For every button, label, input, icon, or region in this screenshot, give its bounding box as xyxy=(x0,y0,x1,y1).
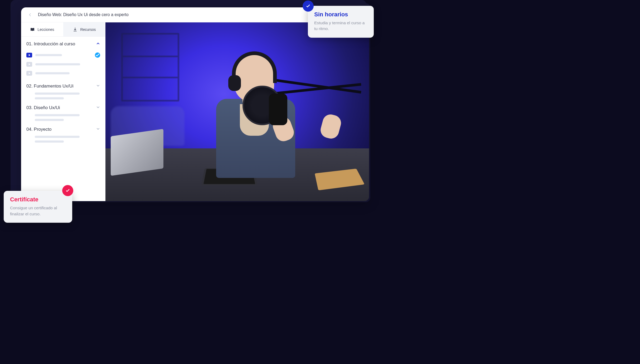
section-3: 03. Diseño Ux/Ui xyxy=(26,105,100,121)
callout-body: Consigue un certificado al finalizar el … xyxy=(10,205,66,217)
download-icon xyxy=(73,27,77,32)
lesson-item[interactable] xyxy=(26,50,100,60)
chevron-down-icon xyxy=(96,127,100,132)
chevron-up-icon xyxy=(96,41,100,47)
lesson-title-placeholder xyxy=(35,72,70,74)
tab-lessons[interactable]: Lecciones xyxy=(21,22,63,36)
sidebar-tabs: Lecciones Recursos xyxy=(21,22,105,37)
lesson-item[interactable] xyxy=(26,69,100,78)
collapsed-preview xyxy=(26,136,100,143)
body: Lecciones Recursos 01. Introducción al c… xyxy=(21,22,369,201)
play-icon xyxy=(26,62,32,67)
callout-body: Estudia y termina el curso a tu ritmo. xyxy=(314,20,367,32)
back-button[interactable] xyxy=(26,11,34,18)
callout-no-schedule: Sin horarios Estudia y termina el curso … xyxy=(308,6,374,38)
collapsed-preview xyxy=(26,114,100,121)
check-badge-icon xyxy=(303,1,314,12)
section-2: 02. Fundamentos Ux/Ui xyxy=(26,84,100,99)
video-player[interactable] xyxy=(105,22,369,201)
chevron-down-icon xyxy=(96,105,100,110)
section-title: 01. Introducción al curso xyxy=(26,41,75,47)
tab-resources-label: Recursos xyxy=(80,27,96,32)
sections-list: 01. Introducción al curso xyxy=(21,37,105,151)
section-title: 03. Diseño Ux/Ui xyxy=(26,105,60,110)
callout-title: Certifícate xyxy=(10,196,66,203)
callout-title: Sin horarios xyxy=(314,11,367,18)
section-title: 04. Proyecto xyxy=(26,127,51,132)
course-title: Diseño Web: Diseño Ux Ui desde cero a ex… xyxy=(38,12,129,17)
lesson-title-placeholder xyxy=(35,54,62,56)
section-header[interactable]: 03. Diseño Ux/Ui xyxy=(26,105,100,110)
chevron-down-icon xyxy=(96,84,100,89)
book-open-icon xyxy=(30,27,35,32)
callout-certificate: Certifícate Consigue un certificado al f… xyxy=(4,191,72,223)
check-badge-icon xyxy=(62,185,73,196)
lesson-title-placeholder xyxy=(35,63,80,65)
play-icon xyxy=(26,71,32,76)
collapsed-preview xyxy=(26,93,100,99)
sidebar: Lecciones Recursos 01. Introducción al c… xyxy=(21,22,105,201)
lesson-item[interactable] xyxy=(26,60,100,69)
play-icon xyxy=(26,53,32,57)
section-header[interactable]: 04. Proyecto xyxy=(26,127,100,132)
section-1: 01. Introducción al curso xyxy=(26,41,100,78)
chevron-left-icon xyxy=(28,13,32,17)
section-header[interactable]: 01. Introducción al curso xyxy=(26,41,100,47)
section-header[interactable]: 02. Fundamentos Ux/Ui xyxy=(26,84,100,89)
completed-check-icon xyxy=(95,52,100,58)
tab-resources[interactable]: Recursos xyxy=(63,22,105,36)
section-title: 02. Fundamentos Ux/Ui xyxy=(26,84,74,89)
section-4: 04. Proyecto xyxy=(26,127,100,143)
tab-lessons-label: Lecciones xyxy=(37,27,54,32)
video-frame-illustration xyxy=(105,22,369,201)
